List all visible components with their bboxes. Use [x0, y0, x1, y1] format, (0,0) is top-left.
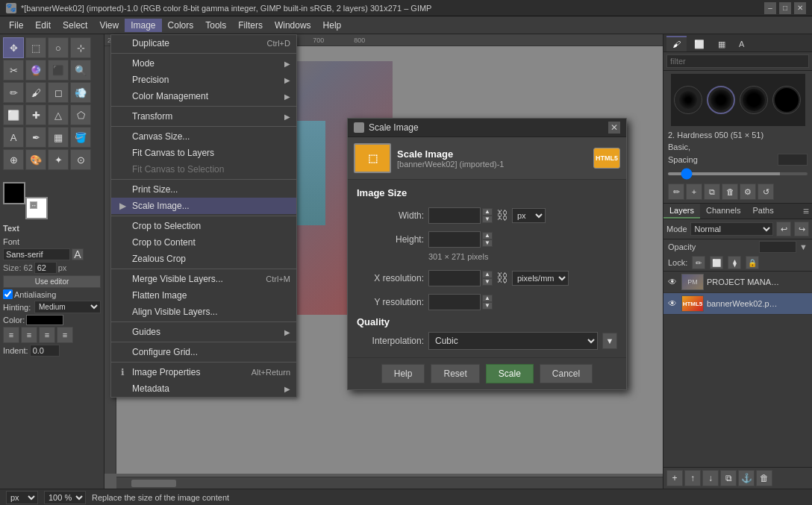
close-button[interactable]: ✕ [794, 2, 806, 14]
tool-free-select[interactable]: ⊹ [70, 37, 91, 58]
spacing-slider[interactable] [668, 172, 808, 175]
tool-color-pick[interactable]: 🎨 [25, 149, 46, 170]
hinting-select[interactable]: Medium None Light Full [34, 301, 101, 313]
layer-eye-1[interactable]: 👁 [666, 276, 678, 288]
menu-color-management[interactable]: Color Management ▶ [111, 88, 296, 104]
h-scroll-thumb[interactable] [131, 480, 176, 487]
tool-airbrush[interactable]: 💨 [70, 82, 91, 103]
menu-crop-to-selection[interactable]: Crop to Selection [111, 218, 296, 234]
width-unit-select[interactable]: px % mm [512, 208, 546, 223]
panel-delete-btn[interactable]: 🗑 [722, 184, 738, 200]
panel-new-btn[interactable]: + [686, 184, 702, 200]
lock-position-btn[interactable]: ⬜ [710, 256, 723, 269]
menu-view[interactable]: View [93, 19, 125, 32]
layer-delete-btn[interactable]: 🗑 [756, 470, 772, 486]
layer-undo-btn[interactable]: ↩ [776, 222, 791, 236]
layers-menu-btn[interactable]: ≡ [800, 204, 812, 219]
x-res-input[interactable]: 3.7790 [428, 270, 481, 286]
menu-edit[interactable]: Edit [29, 19, 57, 32]
menu-windows[interactable]: Windows [269, 19, 317, 32]
cancel-btn[interactable]: Cancel [540, 364, 593, 383]
layer-redo-btn[interactable]: ↪ [794, 222, 809, 236]
menu-mode[interactable]: Mode ▶ [111, 55, 296, 72]
menu-duplicate[interactable]: Duplicate Ctrl+D [111, 35, 296, 51]
lock-pixels-btn[interactable]: ✏ [692, 256, 705, 269]
fonts-tab[interactable]: A [733, 36, 750, 51]
filter-input[interactable] [666, 54, 809, 68]
layers-menu-icon[interactable]: ≡ [803, 205, 809, 217]
tool-text[interactable]: A [3, 127, 24, 148]
antialias-checkbox[interactable] [3, 289, 13, 299]
panel-edit-btn[interactable]: ✏ [668, 184, 684, 200]
text-color-swatch[interactable] [26, 315, 63, 325]
justify-left-btn[interactable]: ≡ [3, 327, 19, 343]
menu-tools[interactable]: Tools [199, 19, 232, 32]
interpolation-select[interactable]: Cubic Linear NoHalo LoHalo None [428, 332, 598, 350]
tool-dodge[interactable]: ⊙ [70, 149, 91, 170]
layer-item-1[interactable]: 👁 PM PROJECT MANA… [663, 272, 812, 293]
tab-channels[interactable]: Channels [700, 204, 746, 219]
layer-anchor-btn[interactable]: ⚓ [738, 470, 755, 486]
tool-transform[interactable]: ⬠ [70, 104, 91, 125]
menu-image[interactable]: Image [125, 19, 161, 32]
layer-mode-select[interactable]: Normal Multiply Screen [690, 222, 773, 236]
brush-item-1[interactable] [674, 86, 702, 114]
width-up-btn[interactable]: ▲ [482, 208, 493, 216]
tool-rect-select[interactable]: ⬚ [25, 37, 46, 58]
menu-select[interactable]: Select [57, 19, 93, 32]
panel-refresh-btn[interactable]: ↺ [758, 184, 774, 200]
menu-zealous-crop[interactable]: Zealous Crop [111, 251, 296, 267]
horizontal-scrollbar[interactable] [116, 477, 663, 489]
tool-pencil[interactable]: ✏ [3, 82, 24, 103]
width-input[interactable]: 301 [428, 207, 481, 224]
tool-move[interactable]: ✥ [3, 37, 24, 58]
menu-configure-grid[interactable]: Configure Grid... [111, 344, 296, 360]
font-size-input[interactable] [34, 262, 57, 274]
menu-guides[interactable]: Guides ▶ [111, 324, 296, 340]
unit-select[interactable]: px mm cm [6, 491, 38, 504]
swap-colors-btn[interactable]: ↔ [30, 201, 37, 209]
font-picker-btn[interactable]: A [72, 248, 84, 260]
menu-print-size[interactable]: Print Size... [111, 181, 296, 198]
indent-input[interactable] [30, 345, 60, 357]
interp-dropdown-btn[interactable]: ▼ [602, 333, 617, 349]
menu-fit-canvas-selection[interactable]: Fit Canvas to Selection [111, 161, 296, 178]
layer-new-btn[interactable]: + [666, 470, 683, 486]
layer-duplicate-btn[interactable]: ⧉ [720, 470, 737, 486]
menu-filters[interactable]: Filters [232, 19, 269, 32]
y-res-down-btn[interactable]: ▼ [482, 302, 493, 310]
height-down-btn[interactable]: ▼ [482, 239, 493, 247]
gradients-tab[interactable]: ▦ [712, 36, 731, 51]
menu-metadata[interactable]: Metadata ▶ [111, 380, 296, 397]
height-up-btn[interactable]: ▲ [482, 232, 493, 239]
tool-clone[interactable]: ⬜ [3, 104, 24, 125]
menu-flatten[interactable]: Flatten Image [111, 287, 296, 304]
tool-path[interactable]: ✒ [25, 127, 46, 148]
tool-ellipse-select[interactable]: ○ [48, 37, 69, 58]
help-btn[interactable]: Help [381, 364, 425, 383]
menu-scale-image[interactable]: ▶ Scale Image... [111, 198, 296, 214]
y-res-up-btn[interactable]: ▲ [482, 295, 493, 302]
tool-fuzzy-select[interactable]: 🔮 [25, 60, 46, 81]
menu-align-visible[interactable]: Align Visible Layers... [111, 304, 296, 320]
dialog-close-btn[interactable]: ✕ [608, 122, 620, 134]
y-res-input[interactable]: 3.7790 [428, 294, 481, 310]
justify-center-btn[interactable]: ≡ [21, 327, 37, 343]
reset-btn[interactable]: Reset [431, 364, 479, 383]
tool-smudge[interactable]: ✦ [48, 149, 69, 170]
tool-zoom[interactable]: 🔍 [70, 60, 91, 81]
fg-color-swatch[interactable] [3, 182, 25, 204]
menu-image-properties[interactable]: ℹ Image Properties Alt+Return [111, 364, 296, 380]
layer-item-2[interactable]: 👁 HTML5 bannerWeek02.p… [663, 293, 812, 315]
panel-copy-btn[interactable]: ⧉ [704, 184, 720, 200]
opacity-input[interactable]: 100.0 [759, 241, 796, 253]
width-down-btn[interactable]: ▼ [482, 216, 493, 223]
scale-btn[interactable]: Scale [486, 364, 534, 383]
x-res-down-btn[interactable]: ▼ [482, 278, 493, 286]
tab-layers[interactable]: Layers [663, 204, 700, 219]
zoom-select[interactable]: 100 % 50 % 200 % [44, 491, 86, 504]
layer-eye-2[interactable]: 👁 [666, 298, 678, 310]
menu-precision[interactable]: Precision ▶ [111, 72, 296, 88]
patterns-tab[interactable]: ⬜ [688, 36, 710, 51]
tool-by-color[interactable]: ⬛ [48, 60, 69, 81]
